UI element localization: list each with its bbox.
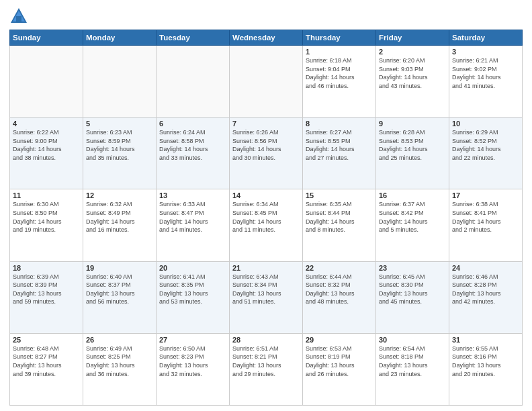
calendar-cell: 17Sunrise: 6:38 AM Sunset: 8:41 PM Dayli… [449,189,523,261]
calendar-row: 18Sunrise: 6:39 AM Sunset: 8:39 PM Dayli… [10,261,523,333]
day-detail: Sunrise: 6:18 AM Sunset: 9:04 PM Dayligh… [306,56,373,90]
logo-icon [9,7,28,26]
day-number: 14 [232,191,300,199]
day-detail: Sunrise: 6:51 AM Sunset: 8:21 PM Dayligh… [232,345,300,378]
col-header-monday: Monday [83,30,157,46]
col-header-thursday: Thursday [303,30,376,46]
calendar-cell: 28Sunrise: 6:51 AM Sunset: 8:21 PM Dayli… [230,333,303,405]
day-detail: Sunrise: 6:21 AM Sunset: 9:02 PM Dayligh… [452,56,519,90]
calendar-cell: 18Sunrise: 6:39 AM Sunset: 8:39 PM Dayli… [10,261,83,333]
calendar-cell: 10Sunrise: 6:29 AM Sunset: 8:52 PM Dayli… [449,118,523,189]
day-number: 23 [379,264,446,272]
day-number: 17 [452,191,519,199]
calendar-table: SundayMondayTuesdayWednesdayThursdayFrid… [9,30,523,406]
calendar-cell: 20Sunrise: 6:41 AM Sunset: 8:35 PM Dayli… [157,261,230,333]
header [9,7,523,26]
calendar-cell: 4Sunrise: 6:22 AM Sunset: 9:00 PM Daylig… [10,118,83,189]
calendar-cell: 9Sunrise: 6:28 AM Sunset: 8:53 PM Daylig… [376,118,449,189]
calendar-cell: 23Sunrise: 6:45 AM Sunset: 8:30 PM Dayli… [376,261,449,333]
col-header-saturday: Saturday [449,30,523,46]
day-number: 21 [232,264,300,272]
day-number: 1 [306,48,373,56]
day-detail: Sunrise: 6:33 AM Sunset: 8:47 PM Dayligh… [159,200,226,234]
day-number: 5 [86,120,153,128]
day-detail: Sunrise: 6:45 AM Sunset: 8:30 PM Dayligh… [379,273,446,306]
day-number: 30 [379,336,446,344]
calendar-cell: 30Sunrise: 6:54 AM Sunset: 8:18 PM Dayli… [376,333,449,405]
day-detail: Sunrise: 6:27 AM Sunset: 8:55 PM Dayligh… [306,128,373,162]
calendar-cell: 16Sunrise: 6:37 AM Sunset: 8:42 PM Dayli… [376,189,449,261]
day-number: 11 [13,191,80,199]
day-number: 20 [159,264,226,272]
page: SundayMondayTuesdayWednesdayThursdayFrid… [0,0,532,411]
day-detail: Sunrise: 6:37 AM Sunset: 8:42 PM Dayligh… [379,200,446,234]
day-detail: Sunrise: 6:30 AM Sunset: 8:50 PM Dayligh… [13,200,80,234]
col-header-sunday: Sunday [10,30,83,46]
day-detail: Sunrise: 6:29 AM Sunset: 8:52 PM Dayligh… [452,128,519,162]
day-detail: Sunrise: 6:23 AM Sunset: 8:59 PM Dayligh… [86,128,153,162]
calendar-cell: 24Sunrise: 6:46 AM Sunset: 8:28 PM Dayli… [449,261,523,333]
day-number: 18 [13,264,80,272]
day-detail: Sunrise: 6:54 AM Sunset: 8:18 PM Dayligh… [379,345,446,378]
day-number: 31 [452,336,519,344]
calendar-cell: 14Sunrise: 6:34 AM Sunset: 8:45 PM Dayli… [230,189,303,261]
calendar-cell: 25Sunrise: 6:48 AM Sunset: 8:27 PM Dayli… [10,333,83,405]
day-detail: Sunrise: 6:48 AM Sunset: 8:27 PM Dayligh… [13,345,80,378]
calendar-cell: 6Sunrise: 6:24 AM Sunset: 8:58 PM Daylig… [157,118,230,189]
calendar-cell: 2Sunrise: 6:20 AM Sunset: 9:03 PM Daylig… [376,46,449,118]
calendar-cell: 1Sunrise: 6:18 AM Sunset: 9:04 PM Daylig… [303,46,376,118]
calendar-cell: 29Sunrise: 6:53 AM Sunset: 8:19 PM Dayli… [303,333,376,405]
calendar-cell [10,46,83,118]
calendar-cell: 21Sunrise: 6:43 AM Sunset: 8:34 PM Dayli… [230,261,303,333]
col-header-tuesday: Tuesday [157,30,230,46]
day-number: 19 [86,264,153,272]
day-number: 28 [232,336,300,344]
day-number: 26 [86,336,153,344]
day-detail: Sunrise: 6:44 AM Sunset: 8:32 PM Dayligh… [306,273,373,306]
day-number: 10 [452,120,519,128]
day-detail: Sunrise: 6:28 AM Sunset: 8:53 PM Dayligh… [379,128,446,162]
calendar-cell: 11Sunrise: 6:30 AM Sunset: 8:50 PM Dayli… [10,189,83,261]
day-number: 24 [452,264,519,272]
day-detail: Sunrise: 6:43 AM Sunset: 8:34 PM Dayligh… [232,273,300,306]
calendar-cell: 15Sunrise: 6:35 AM Sunset: 8:44 PM Dayli… [303,189,376,261]
calendar-cell: 8Sunrise: 6:27 AM Sunset: 8:55 PM Daylig… [303,118,376,189]
day-detail: Sunrise: 6:24 AM Sunset: 8:58 PM Dayligh… [159,128,226,162]
calendar-cell: 27Sunrise: 6:50 AM Sunset: 8:23 PM Dayli… [157,333,230,405]
day-detail: Sunrise: 6:38 AM Sunset: 8:41 PM Dayligh… [452,200,519,234]
day-number: 3 [452,48,519,56]
day-number: 2 [379,48,446,56]
day-detail: Sunrise: 6:32 AM Sunset: 8:49 PM Dayligh… [86,200,153,234]
day-detail: Sunrise: 6:49 AM Sunset: 8:25 PM Dayligh… [86,345,153,378]
day-number: 16 [379,191,446,199]
day-detail: Sunrise: 6:39 AM Sunset: 8:39 PM Dayligh… [13,273,80,306]
calendar-row: 25Sunrise: 6:48 AM Sunset: 8:27 PM Dayli… [10,333,523,405]
calendar-header-row: SundayMondayTuesdayWednesdayThursdayFrid… [10,30,523,46]
day-number: 22 [306,264,373,272]
calendar-cell: 5Sunrise: 6:23 AM Sunset: 8:59 PM Daylig… [83,118,157,189]
day-detail: Sunrise: 6:50 AM Sunset: 8:23 PM Dayligh… [159,345,226,378]
day-detail: Sunrise: 6:34 AM Sunset: 8:45 PM Dayligh… [232,200,300,234]
calendar-cell: 22Sunrise: 6:44 AM Sunset: 8:32 PM Dayli… [303,261,376,333]
calendar-cell: 31Sunrise: 6:55 AM Sunset: 8:16 PM Dayli… [449,333,523,405]
day-detail: Sunrise: 6:55 AM Sunset: 8:16 PM Dayligh… [452,345,519,378]
day-number: 9 [379,120,446,128]
calendar-cell: 3Sunrise: 6:21 AM Sunset: 9:02 PM Daylig… [449,46,523,118]
calendar-cell [230,46,303,118]
calendar-row: 11Sunrise: 6:30 AM Sunset: 8:50 PM Dayli… [10,189,523,261]
day-number: 12 [86,191,153,199]
day-detail: Sunrise: 6:35 AM Sunset: 8:44 PM Dayligh… [306,200,373,234]
day-number: 13 [159,191,226,199]
svg-rect-2 [16,16,21,21]
col-header-wednesday: Wednesday [230,30,303,46]
day-detail: Sunrise: 6:22 AM Sunset: 9:00 PM Dayligh… [13,128,80,162]
calendar-cell: 7Sunrise: 6:26 AM Sunset: 8:56 PM Daylig… [230,118,303,189]
day-detail: Sunrise: 6:40 AM Sunset: 8:37 PM Dayligh… [86,273,153,306]
calendar-cell: 19Sunrise: 6:40 AM Sunset: 8:37 PM Dayli… [83,261,157,333]
day-detail: Sunrise: 6:46 AM Sunset: 8:28 PM Dayligh… [452,273,519,306]
day-number: 29 [306,336,373,344]
day-detail: Sunrise: 6:26 AM Sunset: 8:56 PM Dayligh… [232,128,300,162]
calendar-cell: 12Sunrise: 6:32 AM Sunset: 8:49 PM Dayli… [83,189,157,261]
day-number: 4 [13,120,80,128]
day-number: 25 [13,336,80,344]
